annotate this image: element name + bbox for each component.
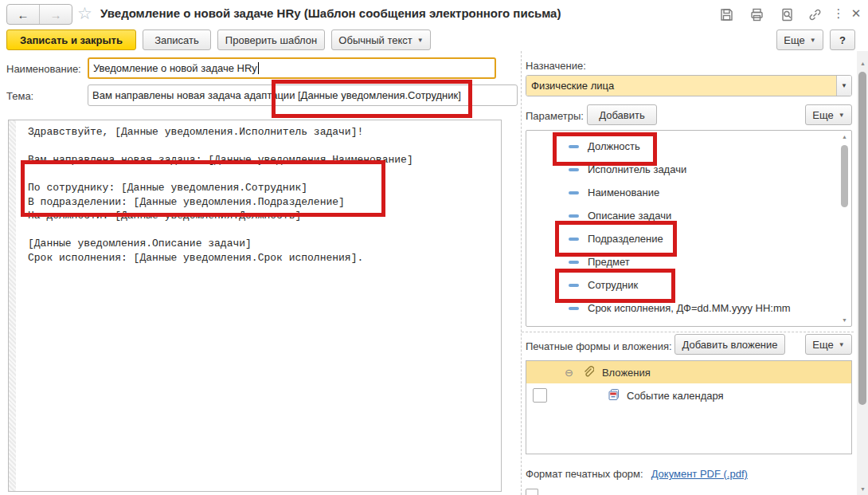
parameters-more-button[interactable]: Еще▼: [805, 104, 852, 125]
attachment-checkbox[interactable]: [533, 388, 547, 403]
parameter-icon: [569, 238, 579, 241]
attachments-table: ⊖ Вложения Событие календаря: [526, 360, 852, 454]
save-icon[interactable]: [717, 6, 735, 23]
parameter-item[interactable]: Наименование: [526, 181, 851, 204]
paperclip-icon: [581, 365, 594, 380]
name-label: Наименование:: [6, 63, 81, 75]
collapse-icon[interactable]: ⊖: [565, 367, 573, 378]
subject-value: Вам направлены новая задача адаптации [Д…: [92, 89, 461, 101]
parameter-label: Сотрудник: [588, 279, 638, 291]
attachments-more-label: Еще: [812, 339, 833, 351]
editor-gutter: [9, 120, 16, 491]
save-and-close-label: Записать и закрыть: [20, 34, 123, 46]
parameters-label: Параметры:: [526, 110, 584, 122]
panel-splitter[interactable]: [521, 51, 522, 495]
parameter-label: Предмет: [588, 256, 630, 268]
format-link[interactable]: Документ PDF (.pdf): [651, 468, 748, 480]
parameters-more-label: Еще: [812, 109, 833, 121]
add-parameter-label: Добавить: [599, 109, 644, 121]
nav-history-group: ← →: [6, 4, 72, 25]
print-icon[interactable]: [748, 6, 765, 23]
add-attachment-button[interactable]: Добавить вложение: [674, 334, 785, 355]
parameter-item[interactable]: Подразделение: [526, 227, 851, 250]
assignment-combo[interactable]: Физические лица ▼: [526, 75, 852, 96]
parameter-label: Исполнитель задачи: [588, 163, 686, 175]
check-template-label: Проверить шаблон: [225, 34, 317, 46]
chevron-down-icon: ▼: [810, 37, 816, 44]
scroll-up-icon[interactable]: ▲: [839, 134, 850, 139]
name-input[interactable]: Уведомление о новой задаче HRy: [88, 57, 496, 79]
format-row: Формат печатных форм: Документ PDF (.pdf…: [526, 468, 748, 480]
parameter-label: Должность: [588, 140, 640, 152]
close-icon[interactable]: ✕: [847, 5, 865, 22]
parameter-item[interactable]: Срок исполнения, ДФ=dd.MM.yyyy HH:mm: [526, 297, 851, 320]
attachment-item-label: Событие календаря: [627, 390, 724, 402]
name-value: Уведомление о новой задаче HRy: [93, 62, 257, 74]
chevron-down-icon: ▼: [417, 37, 424, 44]
add-parameter-button[interactable]: Добавить: [587, 104, 657, 125]
toolbar-more-button[interactable]: Еще▼: [776, 29, 823, 50]
text-format-dropdown[interactable]: Обычный текст▼: [331, 29, 431, 50]
parameter-icon: [569, 284, 579, 287]
forward-button[interactable]: →: [40, 5, 72, 24]
scroll-up-icon[interactable]: ▲: [858, 61, 868, 66]
parameters-scrollbar[interactable]: ▲ ▼: [839, 132, 850, 324]
template-editor-window: ← → ☆ Уведомление о новой задаче HRy (Ша…: [0, 0, 868, 495]
link-icon[interactable]: [806, 6, 823, 23]
assignment-dropdown-button[interactable]: ▼: [836, 76, 851, 96]
format-label: Формат печатных форм:: [526, 468, 643, 480]
back-arrow-icon: ←: [18, 8, 29, 22]
chevron-down-icon: ▼: [841, 82, 847, 89]
more-options-icon[interactable]: ⋮: [830, 5, 847, 22]
favorite-star-icon[interactable]: ☆: [77, 5, 92, 22]
attachments-group-row[interactable]: ⊖ Вложения: [526, 361, 851, 383]
check-template-button[interactable]: Проверить шаблон: [217, 29, 325, 50]
text-format-label: Обычный текст: [338, 34, 412, 46]
chevron-down-icon: ▼: [839, 341, 845, 348]
attachments-more-button[interactable]: Еще▼: [805, 334, 852, 355]
attachments-group-label: Вложения: [602, 367, 651, 379]
scrollbar-thumb[interactable]: [841, 145, 848, 207]
preview-icon[interactable]: [778, 6, 796, 23]
parameter-icon: [569, 307, 579, 310]
right-panel-splitter[interactable]: [522, 332, 854, 332]
parameter-item[interactable]: Исполнитель задачи: [526, 158, 851, 181]
chevron-down-icon: ▼: [839, 112, 845, 119]
body-text: Здравствуйте, [Данные уведомления.Исполн…: [9, 120, 501, 265]
help-label: ?: [839, 34, 846, 46]
parameter-icon: [569, 168, 579, 171]
forward-arrow-icon: →: [50, 8, 62, 22]
attachment-row[interactable]: Событие календаря: [526, 383, 851, 407]
parameter-item[interactable]: Описание задачи: [526, 204, 851, 227]
parameter-label: Описание задачи: [588, 210, 671, 222]
parameter-icon: [569, 145, 579, 148]
save-button[interactable]: Записать: [143, 29, 211, 50]
add-attachment-label: Добавить вложение: [682, 339, 777, 351]
calendar-event-icon: [608, 388, 620, 403]
page-title: Уведомление о новой задаче HRy (Шаблон с…: [100, 6, 561, 20]
subject-input[interactable]: Вам направлены новая задача адаптации [Д…: [88, 84, 518, 106]
parameter-label: Наименование: [588, 187, 659, 198]
parameter-item[interactable]: Сотрудник: [526, 273, 851, 297]
scroll-down-icon[interactable]: ▼: [839, 317, 850, 323]
scroll-down-icon[interactable]: ▼: [858, 486, 868, 492]
window-scrollbar[interactable]: ▲ ▼: [857, 51, 868, 495]
scrollbar-thumb[interactable]: [858, 72, 866, 405]
save-label: Записать: [154, 34, 199, 46]
parameter-item[interactable]: Должность: [526, 135, 851, 158]
parameters-list: Должность Исполнитель задачи Наименовани…: [526, 130, 852, 327]
help-button[interactable]: ?: [830, 29, 855, 50]
save-and-close-button[interactable]: Записать и закрыть: [6, 29, 136, 50]
body-editor[interactable]: Здравствуйте, [Данные уведомления.Исполн…: [8, 120, 502, 492]
parameter-label: Срок исполнения, ДФ=dd.MM.yyyy HH:mm: [588, 302, 791, 314]
subject-label: Тема:: [6, 90, 33, 102]
assignment-value: Физические лица: [526, 76, 836, 96]
parameter-icon: [569, 214, 579, 218]
assignment-label: Назначение:: [526, 60, 586, 72]
parameter-icon: [569, 261, 579, 264]
back-button[interactable]: ←: [7, 5, 40, 24]
attachments-label: Печатные формы и вложения:: [526, 340, 672, 352]
parameter-item[interactable]: Предмет: [526, 250, 851, 273]
clipped-checkbox[interactable]: [526, 489, 538, 495]
toolbar-more-label: Еще: [784, 34, 804, 46]
